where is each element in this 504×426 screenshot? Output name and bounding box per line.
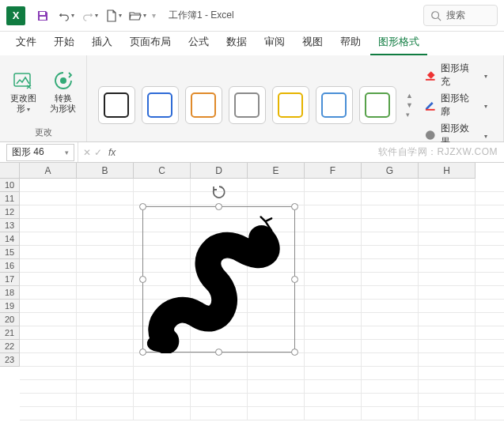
col-header[interactable]: E [248,163,305,179]
new-file-button[interactable] [103,5,125,27]
style-gallery-more-icon[interactable]: ▾ [406,111,413,119]
formula-bar: 图形 46 ▾ ✕ ✓ fx 软件自学网：RJZXW.COM [0,142,504,163]
accept-formula-button[interactable]: ✓ [94,147,102,158]
tab-review[interactable]: 审阅 [256,31,293,55]
convert-to-shape-button[interactable]: 转换 为形状 [46,64,81,119]
undo-button[interactable] [55,5,78,27]
search-placeholder: 搜索 [446,9,465,22]
select-all-corner[interactable] [0,163,20,179]
row-header[interactable]: 20 [0,313,20,326]
row-header[interactable]: 11 [0,192,20,205]
redo-button[interactable] [79,5,101,27]
name-box[interactable]: 图形 46 ▾ [6,144,74,161]
shape-fill-outline-effects: 图形填充 图形轮廓 图形效果 [419,58,492,152]
fx-icon[interactable]: fx [108,147,116,158]
row-header[interactable]: 14 [0,232,20,246]
undo-icon [59,10,70,21]
col-header[interactable]: D [191,163,248,179]
row-header[interactable]: 16 [0,259,20,273]
ribbon-group-styles: ▲ ▼ ▾ 图形填充 图形轮廓 图形效果 图形样式 [87,55,504,141]
col-header[interactable]: B [77,163,134,179]
convert-to-shape-icon [52,70,74,92]
shape-fill-button[interactable]: 图形填充 [424,62,487,89]
col-header[interactable]: F [305,163,362,179]
pen-icon [424,99,437,111]
change-graphic-icon [13,70,35,92]
ribbon: 更改图 形 转换 为形状 更改 ▲ ▼ ▾ [0,55,504,142]
svg-point-0 [432,11,439,18]
change-graphic-button[interactable]: 更改图 形 [6,64,41,119]
qat-overflow-icon[interactable]: ▾ [152,11,156,20]
search-icon [430,10,441,21]
style-preset-3[interactable] [229,86,266,124]
watermark-text: 软件自学网：RJZXW.COM [378,145,498,159]
tab-home[interactable]: 开始 [46,31,82,55]
tab-view[interactable]: 视图 [294,31,331,55]
svg-rect-5 [426,109,435,111]
svg-rect-2 [14,74,30,86]
chevron-down-icon[interactable]: ▾ [65,149,69,156]
open-folder-button[interactable] [127,5,149,27]
convert-to-shape-label: 转换 为形状 [50,93,76,114]
style-preset-5[interactable] [316,86,353,124]
row-header[interactable]: 22 [0,340,20,353]
save-icon [36,9,49,22]
tab-page-layout[interactable]: 页面布局 [122,31,179,55]
change-graphic-label: 更改图 形 [10,93,36,114]
snake-shape-icon[interactable] [143,207,296,353]
row-header[interactable]: 18 [0,286,20,300]
style-gallery-down-icon[interactable]: ▼ [406,101,413,109]
style-preset-1[interactable] [142,86,179,124]
row-header[interactable]: 10 [0,179,20,192]
svg-point-6 [426,130,435,140]
ribbon-tabs: 文件 开始 插入 页面布局 公式 数据 审阅 视图 帮助 图形格式 [0,32,504,55]
tab-file[interactable]: 文件 [8,31,44,55]
svg-line-1 [438,17,441,21]
quick-access-toolbar: ▾ [32,5,157,27]
row-header[interactable]: 19 [0,300,20,313]
title-bar: X ▾ 工作簿1 - Excel 搜索 [0,0,504,32]
tab-help[interactable]: 帮助 [332,31,369,55]
row-header[interactable]: 21 [0,326,20,340]
effects-icon [424,129,437,141]
name-box-value: 图形 46 [12,145,44,159]
folder-open-icon [129,10,142,21]
spreadsheet-grid[interactable]: A B C D E F G H 10 11 12 13 14 15 16 17 … [0,163,504,426]
row-header[interactable]: 12 [0,205,20,219]
rotate-handle-icon[interactable] [212,185,226,202]
tab-formulas[interactable]: 公式 [180,31,217,55]
selected-shape-frame[interactable] [142,206,295,352]
redo-icon [82,10,93,21]
save-button[interactable] [32,5,54,27]
style-preset-0[interactable] [98,86,135,124]
col-header[interactable]: H [419,163,476,179]
column-headers: A B C D E F G H [0,163,476,179]
tab-data[interactable]: 数据 [218,31,255,55]
shape-outline-button[interactable]: 图形轮廓 [424,92,487,119]
svg-point-3 [60,77,66,84]
row-header[interactable]: 13 [0,219,20,232]
tab-graphic-format[interactable]: 图形格式 [370,31,427,55]
search-input[interactable]: 搜索 [423,5,498,26]
row-header[interactable]: 17 [0,273,20,286]
col-header[interactable]: C [134,163,191,179]
col-header[interactable]: A [20,163,77,179]
document-title: 工作簿1 - Excel [169,9,234,22]
style-gallery-up-icon[interactable]: ▲ [406,92,413,100]
excel-logo-icon: X [6,6,25,25]
row-header[interactable]: 23 [0,353,20,367]
tab-insert[interactable]: 插入 [84,31,120,55]
paint-bucket-icon [424,69,437,81]
ribbon-group-change: 更改图 形 转换 为形状 更改 [0,55,87,141]
style-preset-2[interactable] [185,86,222,124]
cancel-formula-button[interactable]: ✕ [83,147,91,158]
ribbon-group-change-label: 更改 [5,125,81,140]
row-headers: 10 11 12 13 14 15 16 17 18 19 20 21 22 2… [0,179,20,367]
style-preset-4[interactable] [272,86,309,124]
col-header[interactable]: G [362,163,419,179]
svg-rect-4 [426,79,435,81]
style-preset-6[interactable] [359,86,396,124]
file-icon [106,9,117,22]
row-header[interactable]: 15 [0,246,20,259]
